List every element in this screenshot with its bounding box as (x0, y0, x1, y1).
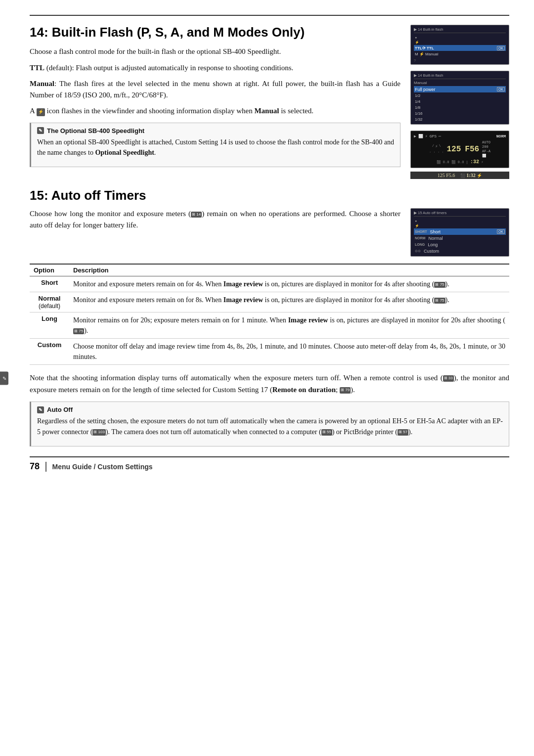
screen2-ok: OK (497, 87, 505, 91)
col1-header: Option (30, 264, 69, 276)
screen1-dot: ● (414, 35, 506, 40)
screen1-ok: OK (497, 46, 505, 50)
table-header-row: Option Description (30, 264, 509, 276)
ref-icon-14: ⊞ 14 (191, 212, 202, 218)
ref-33: ⊞ 33 (443, 375, 454, 382)
option-short: Short (30, 276, 69, 292)
note-icon: ✎ (37, 127, 44, 134)
desc-normal: Monitor and exposure meters remain on fo… (69, 292, 509, 312)
auto-off-flash-icon: ⚡ (414, 223, 506, 228)
screen2-32nd: 1/32 (414, 116, 506, 122)
table-row: Custom Choose monitor off delay and imag… (30, 339, 509, 365)
table-row: Normal(default) Monitor and exposure met… (30, 292, 509, 312)
option-long: Long (30, 312, 69, 339)
screen1-manual-item: M ⚡ Manual (414, 51, 506, 57)
manual-bold2: Manual (254, 107, 279, 115)
note-box2-text: Regardless of the setting chosen, the ex… (37, 416, 503, 437)
ref-75-2: ⊞ 75 (434, 298, 445, 304)
screen2-quarter: 1/4 (414, 98, 506, 104)
note-box-autooff: ✎ Auto Off Regardless of the setting cho… (30, 401, 509, 446)
remote-on-duration-bold: Remote on duration (272, 386, 336, 394)
screen3-container: ▶ ⬜ ⚡ GPS ⋯ NORM /⚡\ · · · · 125 (410, 131, 509, 179)
note-box-text: When an optional SB-400 Speedlight is at… (37, 137, 394, 158)
screen2-16th: 1/16 (414, 110, 506, 116)
screen1-ttl-item: TTL⟳ TTL OK (414, 45, 506, 51)
section14-text: 14: Built-in Flash (P, S, A, and M Modes… (30, 25, 400, 179)
screen3-viewfinder: ▶ ⬜ ⚡ GPS ⋯ NORM /⚡\ · · · · 125 (410, 131, 509, 168)
note-icon2: ✎ (37, 406, 44, 413)
section15-text: Choose how long the monitor and exposure… (30, 208, 400, 257)
footer-separator (45, 462, 46, 472)
screen2-manual-levels: ▶ 14 Built-in flash Manual Full power OK… (410, 71, 509, 125)
note-box-speedlight: ✎ The Optional SB-400 Speedlight When an… (30, 123, 400, 167)
margin-tab: ✎ (0, 371, 8, 385)
col2-header: Description (69, 264, 509, 276)
ttl-text: (default): Flash output is adjusted auto… (44, 64, 293, 72)
note-box2-title-text: Auto Off (47, 406, 73, 413)
section14-manual: Manual: The flash fires at the level sel… (30, 78, 400, 100)
note-box-title: ✎ The Optional SB-400 Speedlight (37, 127, 394, 134)
vf-shutter: 125 (446, 145, 461, 154)
auto-off-long: LONG Long (414, 241, 506, 248)
page-number: 78 (30, 461, 40, 472)
margin-tab-icon: ✎ (1, 375, 7, 381)
desc-short: Monitor and exposure meters remain on fo… (69, 276, 509, 292)
options-table: Option Description Short Monitor and exp… (30, 264, 509, 365)
vf-bottom-bar: 125 F5.6 ⬛ 1:32 ⚡ (410, 172, 509, 179)
section15-title: 15: Auto off Timers (30, 188, 509, 203)
auto-off-screen-title: ▶ 15 Auto off timers (414, 211, 506, 217)
section14-images: ▶ 14 Built-in flash ● ⚡ TTL⟳ TTL OK M ⚡ … (410, 25, 509, 179)
screen2-fullpower: Full power OK (414, 86, 506, 92)
ref-55: ⊞ 55 (321, 429, 332, 435)
ttl-label: TTL (30, 64, 44, 72)
vf-shutter-label: 125 (438, 173, 445, 178)
option-normal: Normal(default) (30, 292, 69, 312)
flash-icon: ⚡ (37, 108, 45, 116)
section14-container: 14: Built-in Flash (P, S, A, and M Modes… (30, 25, 509, 179)
screen1-flash-icon-row: ⚡ (414, 40, 506, 45)
screen2-half: 1/2 (414, 92, 506, 98)
ref-75-3: ⊞ 75 (73, 328, 84, 334)
auto-off-custom: ⊙⊙ Custom (414, 248, 506, 254)
screen-auto-off: ▶ 15 Auto off timers ● ⚡ SHORT Short OK … (410, 208, 509, 257)
top-border (30, 15, 509, 16)
auto-off-ok: OK (497, 229, 505, 234)
screen1-title: ▶ 14 Built-in flash (414, 27, 506, 33)
footer-text: Menu Guide / Custom Settings (52, 463, 153, 471)
vf-aperture-label: F5.6 (446, 173, 455, 178)
section14-icon-note: A ⚡ icon flashes in the viewfinder and s… (30, 105, 400, 117)
table-row: Long Monitor remains on for 20s; exposur… (30, 312, 509, 339)
section14-para1: Choose a flash control mode for the buil… (30, 46, 400, 57)
ref-57: ⊞ 57 (398, 429, 408, 435)
desc-custom: Choose monitor off delay and image revie… (69, 339, 509, 365)
auto-off-dot: ● (414, 218, 506, 223)
section15-screen: ▶ 15 Auto off timers ● ⚡ SHORT Short OK … (410, 208, 509, 257)
ref-103: ⊞ 103 (92, 429, 106, 435)
section14-title: 14: Built-in Flash (P, S, A, and M Modes… (30, 25, 400, 40)
icon-text: icon flashes in the viewfinder and shoot… (45, 107, 255, 115)
desc-long: Monitor remains on for 20s; exposure met… (69, 312, 509, 339)
manual-text: : The flash fires at the level selected … (30, 80, 400, 99)
vf-top-icons: ▶ ⬜ ⚡ GPS ⋯ NORM (414, 134, 506, 138)
section15-container: 15: Auto off Timers Choose how long the … (30, 188, 509, 446)
auto-off-normal: NORM Normal (414, 235, 506, 241)
vf-aperture: F56 (465, 145, 479, 154)
section15-para: Choose how long the monitor and exposure… (30, 208, 400, 230)
screen2-title: ▶ 14 Built-in flash (414, 73, 506, 79)
screen2-eighth: 1/8 (414, 104, 506, 110)
vf-main-display: /⚡\ · · · · 125 F56 AUTO 200 AF-A ⬜ (414, 140, 506, 158)
vf-bottom-icons: ⬛ 0.0 ⬛ 0.0 | :32 ⚡ (414, 159, 506, 165)
optional-speedlight-bold: Optional Speedlight (95, 149, 154, 156)
table-row: Short Monitor and exposure meters remain… (30, 276, 509, 292)
page-footer: 78 Menu Guide / Custom Settings (30, 456, 509, 472)
section15-main: Choose how long the monitor and exposure… (30, 208, 509, 257)
note-box2-title: ✎ Auto Off (37, 406, 503, 413)
screen1-builtin-flash: ▶ 14 Built-in flash ● ⚡ TTL⟳ TTL OK M ⚡ … (410, 25, 509, 65)
ref-79: ⊞ 79 (340, 387, 351, 394)
manual-label: Manual (30, 80, 54, 88)
auto-off-short: SHORT Short OK (414, 228, 506, 235)
option-custom: Custom (30, 339, 69, 365)
footer-para: Note that the shooting information displ… (30, 372, 509, 396)
note-box-title-text: The Optional SB-400 Speedlight (47, 127, 144, 134)
section14-ttl: TTL (default): Flash output is adjusted … (30, 62, 400, 74)
